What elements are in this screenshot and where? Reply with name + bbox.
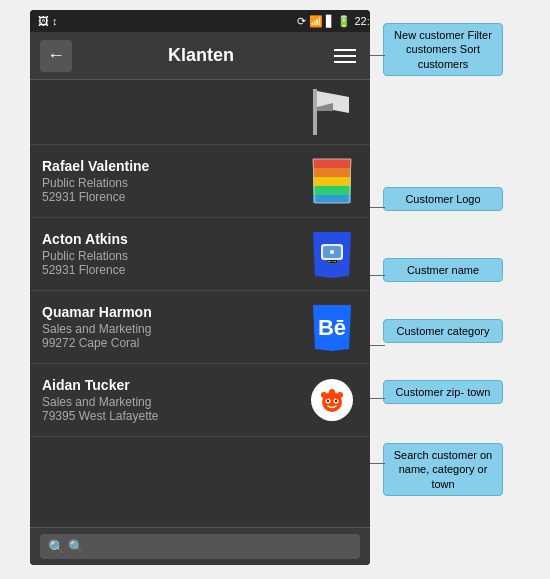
annotation-customer-logo: Customer Logo — [383, 187, 503, 211]
status-bar: 🖼 ↕ ⟳ 📶 ▋ 🔋 22:06 — [30, 10, 370, 32]
time-display: 22:06 — [354, 15, 370, 27]
status-left-icons: 🖼 ↕ — [38, 15, 58, 27]
annotation-customer-category: Customer category — [383, 319, 503, 343]
annotation-new-customer: New customer Filter customers Sort custo… — [383, 23, 503, 76]
customer-location: 99272 Cape Coral — [42, 336, 294, 350]
svg-rect-8 — [313, 195, 351, 203]
customer-location: 52931 Florence — [42, 263, 294, 277]
customer-category: Sales and Marketing — [42, 395, 294, 409]
search-icon: 🔍 — [48, 539, 65, 555]
customer-logo — [306, 155, 358, 207]
menu-line-2 — [334, 55, 356, 57]
svg-point-23 — [337, 392, 343, 398]
annotation-customer-zip-town: Customer zip- town — [383, 380, 503, 404]
wifi-icon: 📶 — [309, 15, 323, 28]
svg-point-13 — [330, 250, 334, 254]
svg-rect-4 — [313, 159, 351, 168]
search-bar: 🔍 — [30, 527, 370, 565]
annotation-line — [370, 207, 385, 208]
rotate-icon: ⟳ — [297, 15, 306, 28]
customer-info: Aidan Tucker Sales and Marketing 79395 W… — [42, 377, 294, 423]
flag-logo — [311, 89, 353, 135]
menu-line-3 — [334, 61, 356, 63]
css-logo: 📱 — [311, 230, 353, 278]
svg-line-26 — [324, 398, 328, 399]
list-item[interactable]: Quamar Harmon Sales and Marketing 99272 … — [30, 291, 370, 364]
customer-category: Public Relations — [42, 176, 294, 190]
annotation-line — [370, 398, 385, 399]
svg-point-20 — [335, 400, 337, 402]
customer-name: Aidan Tucker — [42, 377, 294, 393]
list-item[interactable]: Acton Atkins Public Relations 52931 Flor… — [30, 218, 370, 291]
app-header: ← Klanten — [30, 32, 370, 80]
svg-rect-5 — [313, 168, 351, 177]
svg-rect-0 — [313, 89, 317, 135]
customer-logo — [306, 86, 358, 138]
customer-info: Acton Atkins Public Relations 52931 Flor… — [42, 231, 294, 277]
phone-app: 🖼 ↕ ⟳ 📶 ▋ 🔋 22:06 ← Klanten — [30, 10, 370, 565]
customer-list: Rafael Valentine Public Relations 52931 … — [30, 80, 370, 527]
customer-logo: Bē — [306, 301, 358, 353]
customer-logo: 📱 — [306, 228, 358, 280]
behance-logo: Bē — [311, 303, 353, 351]
annotation-line — [370, 463, 385, 464]
svg-point-19 — [327, 400, 329, 402]
back-button[interactable]: ← — [40, 40, 72, 72]
photo-icon: 🖼 — [38, 15, 49, 27]
customer-name: Acton Atkins — [42, 231, 294, 247]
reddit-logo — [311, 379, 353, 421]
customer-category: Sales and Marketing — [42, 322, 294, 336]
customer-location: 79395 West Lafayette — [42, 409, 294, 423]
customer-name: Quamar Harmon — [42, 304, 294, 320]
menu-line-1 — [334, 49, 356, 51]
customer-info: Rafael Valentine Public Relations 52931 … — [42, 158, 294, 204]
usb-icon: ↕ — [52, 15, 58, 27]
battery-icon: 🔋 — [337, 15, 351, 28]
page-title: Klanten — [72, 45, 330, 66]
customer-location: 52931 Florence — [42, 190, 294, 204]
customer-logo — [306, 374, 358, 426]
customer-name: Rafael Valentine — [42, 158, 294, 174]
status-right-icons: ⟳ 📶 ▋ 🔋 22:06 — [297, 15, 370, 28]
search-wrapper: 🔍 — [40, 534, 360, 559]
search-input[interactable] — [40, 534, 360, 559]
customer-info: Quamar Harmon Sales and Marketing 99272 … — [42, 304, 294, 350]
rainbow-logo — [311, 157, 353, 205]
svg-rect-7 — [313, 186, 351, 195]
svg-rect-6 — [313, 177, 351, 186]
svg-text:Bē: Bē — [318, 315, 346, 340]
menu-button[interactable] — [330, 45, 360, 67]
annotation-search-customer: Search customer on name, category or tow… — [383, 443, 503, 496]
annotation-line — [370, 55, 385, 56]
svg-line-25 — [336, 398, 340, 399]
svg-point-21 — [329, 389, 335, 395]
signal-icon: ▋ — [326, 15, 334, 28]
annotation-line — [370, 345, 385, 346]
list-item[interactable] — [30, 80, 370, 145]
list-item[interactable]: Rafael Valentine Public Relations 52931 … — [30, 145, 370, 218]
customer-category: Public Relations — [42, 249, 294, 263]
annotation-customer-name: Custmer name — [383, 258, 503, 282]
list-item[interactable]: Aidan Tucker Sales and Marketing 79395 W… — [30, 364, 370, 437]
svg-point-24 — [321, 392, 327, 398]
annotation-line — [370, 275, 385, 276]
reddit-icon — [314, 382, 350, 418]
